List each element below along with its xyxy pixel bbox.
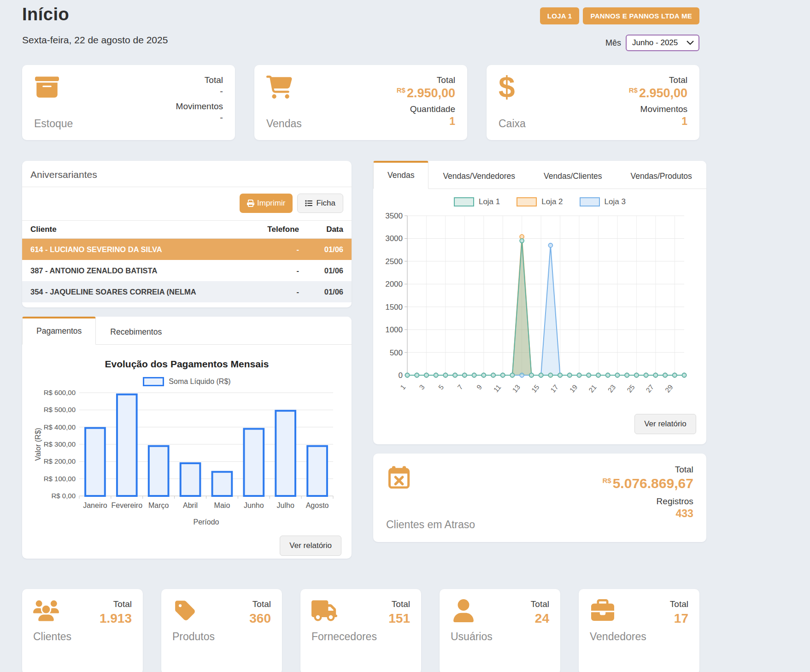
page-title: Início: [22, 5, 168, 24]
printer-icon: [247, 200, 254, 207]
metric-label: Movimentos: [176, 101, 223, 112]
svg-text:1500: 1500: [385, 303, 403, 312]
legend-swatch: [143, 377, 164, 386]
calendar-x-icon: [386, 465, 412, 489]
header-right: LOJA 1 PANNOS E PANNOS LTDA ME Mês Junho…: [540, 5, 699, 51]
table-header: Cliente Telefone Data: [22, 220, 352, 239]
summary-card-label: Fornecedores: [311, 631, 377, 643]
tab-vendas-produtos[interactable]: Vendas/Produtos: [616, 164, 706, 189]
pagamentos-report-button[interactable]: Ver relatório: [280, 536, 341, 556]
bar-chart-legend[interactable]: Soma Líquido (R$): [33, 377, 340, 386]
metric-value: -: [220, 86, 223, 97]
metric-value: R$2.950,00: [397, 86, 455, 100]
truck-icon: [311, 599, 337, 622]
tab-pagamentos[interactable]: Pagamentos: [22, 317, 96, 345]
svg-text:Abril: Abril: [183, 501, 198, 509]
stat-card-label: Vendas: [266, 118, 302, 130]
svg-text:R$ 0,00: R$ 0,00: [51, 492, 76, 500]
svg-text:R$ 500,00: R$ 500,00: [44, 406, 76, 413]
metric-label: Movimentos: [640, 104, 687, 114]
aniversariantes-panel: Aniversariantes Imprimir Ficha: [22, 161, 352, 307]
print-button[interactable]: Imprimir: [240, 194, 293, 213]
total-label: Total: [388, 599, 410, 609]
svg-text:23: 23: [606, 383, 617, 394]
svg-text:Janeiro: Janeiro: [83, 501, 107, 509]
metric-value: 433: [675, 507, 693, 519]
table-row[interactable]: 354 - JAQUELINE SOARES CORREIA (NELMA - …: [22, 281, 352, 302]
svg-text:Março: Março: [148, 501, 169, 509]
legend-label: Loja 3: [605, 197, 626, 206]
svg-text:2500: 2500: [385, 257, 403, 266]
stat-card-caixa: $ Caixa Total R$2.950,00 Movimentos 1: [487, 65, 699, 140]
svg-text:29: 29: [663, 383, 675, 394]
tab-vendas-vendedores[interactable]: Vendas/Vendedores: [428, 164, 529, 189]
svg-text:1000: 1000: [385, 325, 403, 334]
summary-card-clientes: Clientes Total 1.913: [22, 589, 143, 672]
chevron-down-icon: [687, 41, 694, 45]
legend-label: Soma Líquido (R$): [169, 377, 230, 386]
bar-chart-title: Evolução dos Pagamentos Mensais: [33, 359, 340, 370]
svg-text:15: 15: [530, 383, 541, 394]
svg-text:25: 25: [625, 383, 636, 394]
tab-recebimentos[interactable]: Recebimentos: [96, 320, 176, 344]
metric-label: Registros: [657, 496, 693, 507]
metric-value: R$2.950,00: [629, 86, 687, 100]
table-row[interactable]: 387 - ANTONIO ZENALDO BATISTA - 01/06: [22, 260, 352, 281]
svg-text:13: 13: [511, 383, 522, 394]
total-label: Total: [100, 599, 132, 609]
summary-card-usuarios: Usuários Total 24: [440, 589, 560, 672]
atraso-label: Clientes em Atraso: [386, 519, 475, 531]
right-column: Vendas Vendas/Vendedores Vendas/Clientes…: [373, 161, 706, 542]
metric-label: Total: [437, 75, 455, 85]
ficha-button[interactable]: Ficha: [297, 194, 343, 213]
stat-cards-row: Estoque Total - Movimentos - Vendas Tota…: [22, 65, 699, 140]
column-header-cliente: Cliente: [30, 225, 244, 234]
total-label: Total: [531, 599, 549, 609]
stat-card-label: Estoque: [34, 118, 73, 130]
svg-text:5: 5: [437, 383, 445, 391]
legend-item-loja2[interactable]: Loja 2: [517, 197, 563, 206]
svg-text:R$ 600,00: R$ 600,00: [44, 389, 76, 396]
month-filter: Mês Junho - 2025: [605, 35, 699, 51]
month-select-value: Junho - 2025: [632, 38, 678, 47]
legend-item-loja1[interactable]: Loja 1: [454, 197, 500, 206]
metric-label: Total: [669, 75, 687, 85]
svg-text:Julho: Julho: [277, 501, 294, 509]
vendas-report-button[interactable]: Ver relatório: [634, 414, 696, 434]
tab-vendas-clientes[interactable]: Vendas/Clientes: [529, 164, 616, 189]
month-label: Mês: [605, 38, 621, 48]
svg-text:3500: 3500: [385, 212, 403, 220]
store-badge-button[interactable]: LOJA 1: [540, 7, 580, 24]
svg-text:Maio: Maio: [214, 501, 230, 509]
column-header-data: Data: [299, 225, 343, 234]
page-header: Início Sexta-feira, 22 de agosto de 2025…: [22, 5, 699, 51]
pagamentos-tabs: Pagamentos Recebimentos: [22, 317, 352, 345]
metric-value: 1: [449, 115, 455, 127]
svg-text:3: 3: [417, 383, 426, 391]
tab-vendas[interactable]: Vendas: [373, 161, 428, 189]
summary-cards-row: Clientes Total 1.913 Produtos Total 360: [22, 589, 699, 672]
legend-label: Loja 2: [541, 197, 563, 206]
summary-card-vendedores: Vendedores Total 17: [579, 589, 699, 672]
legend-item-loja3[interactable]: Loja 3: [580, 197, 626, 206]
svg-text:11: 11: [492, 383, 503, 394]
svg-text:1: 1: [399, 383, 407, 391]
summary-card-label: Usuários: [451, 631, 493, 643]
legend-swatch: [454, 197, 474, 206]
svg-text:R$ 100,00: R$ 100,00: [44, 475, 76, 483]
payments-bar-chart: R$ 0,00R$ 100,00R$ 200,00R$ 300,00R$ 400…: [33, 389, 340, 527]
users-icon: [33, 599, 59, 622]
total-value: 1.913: [100, 611, 132, 626]
clientes-atraso-card: Clientes em Atraso Total R$5.076.869,67 …: [373, 454, 706, 542]
vendas-tabs: Vendas Vendas/Vendedores Vendas/Clientes…: [373, 161, 706, 189]
total-value: 360: [249, 611, 271, 626]
current-date: Sexta-feira, 22 de agosto de 2025: [22, 35, 168, 46]
summary-card-label: Vendedores: [590, 631, 646, 643]
table-row[interactable]: 614 - LUCIANO SEVERINO DA SILVA - 01/06: [22, 239, 352, 260]
company-badge-button[interactable]: PANNOS E PANNOS LTDA ME: [583, 7, 699, 24]
month-select[interactable]: Junho - 2025: [626, 35, 699, 51]
aniversariantes-toolbar: Imprimir Ficha: [22, 187, 352, 220]
briefcase-icon: [590, 599, 616, 622]
svg-text:17: 17: [549, 383, 560, 394]
dollar-icon: $: [499, 75, 526, 99]
